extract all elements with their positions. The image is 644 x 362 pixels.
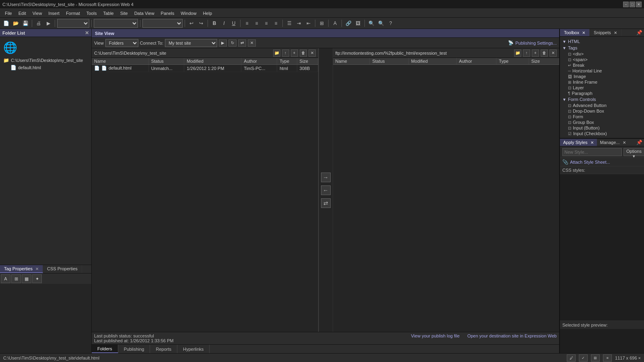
status-indicator-1[interactable]: 🖊 <box>567 354 576 362</box>
bold-button[interactable]: B <box>210 19 219 28</box>
menu-help[interactable]: Help <box>200 10 215 16</box>
toolbox-item-form[interactable]: ⊡ Form <box>562 114 642 119</box>
align-left-button[interactable]: ≡ <box>243 19 251 28</box>
open-button[interactable]: 📂 <box>11 19 20 28</box>
attach-style-link[interactable]: Attach Style Sheet... <box>570 160 610 165</box>
connect-button[interactable]: ▶ <box>219 39 227 47</box>
apply-pin[interactable]: 📌 <box>636 140 644 145</box>
sync-button[interactable]: ⇄ <box>238 39 246 47</box>
italic-button[interactable]: I <box>220 19 228 28</box>
tab-tag-properties[interactable]: Tag Properties ✕ <box>0 265 43 273</box>
local-folder-btn[interactable]: 📁 <box>273 49 280 57</box>
minimize-button[interactable]: − <box>623 2 629 7</box>
remote-folder-btn[interactable]: 📁 <box>514 49 521 57</box>
close-button[interactable]: ✕ <box>636 2 642 7</box>
prop-btn-3[interactable]: ▦ <box>22 274 31 283</box>
underline-button[interactable]: U <box>229 19 238 28</box>
new-style-input[interactable] <box>562 148 622 156</box>
toolbox-section-html[interactable]: ▼ HTML <box>562 38 642 45</box>
toolbox-section-form-controls[interactable]: ▼ Form Controls <box>562 96 642 103</box>
btab-publishing[interactable]: Publishing <box>118 345 150 353</box>
toolbox-item-group-box[interactable]: ⊡ Group Box <box>562 119 642 125</box>
image-button[interactable]: 🖼 <box>354 19 362 28</box>
toolbox-item-break[interactable]: ↵ Break <box>562 62 642 68</box>
prop-btn-4[interactable]: ✦ <box>32 274 42 283</box>
tab-snippets[interactable]: Snippets ✕ <box>590 29 621 36</box>
tag-properties-close[interactable]: ✕ <box>35 267 39 271</box>
menu-window[interactable]: Window <box>177 10 200 16</box>
zoom-in-button[interactable]: 🔍 <box>367 19 376 28</box>
toolbox-item-paragraph[interactable]: ¶ Paragraph <box>562 90 642 96</box>
menu-table[interactable]: Table <box>100 10 117 16</box>
remote-close-btn[interactable]: ✕ <box>549 49 557 57</box>
justify-button[interactable]: ≡ <box>272 19 280 28</box>
menu-file[interactable]: File <box>2 10 15 16</box>
menu-tools[interactable]: Tools <box>83 10 100 16</box>
zoom-out-button[interactable]: 🔍 <box>377 19 385 28</box>
menu-insert[interactable]: Insert <box>45 10 63 16</box>
remote-new-folder-btn[interactable]: + <box>532 49 539 57</box>
toolbox-section-tags[interactable]: ▼ Tags <box>562 45 642 51</box>
size-dropdown[interactable] <box>142 19 183 28</box>
tree-item-default-html[interactable]: 📄 default.html <box>2 64 90 71</box>
transfer-sync-btn[interactable]: ⇄ <box>321 198 331 208</box>
folder-list-close[interactable]: ✕ <box>85 30 89 36</box>
tab-toolbox[interactable]: Toolbox ✕ <box>560 29 590 36</box>
remote-delete-btn[interactable]: 🗑 <box>541 49 548 57</box>
btab-hyperlinks[interactable]: Hyperlinks <box>177 345 210 353</box>
tree-item-root-folder[interactable]: 📁 C:\Users\TimS\Desktop\my_test_site <box>2 57 90 64</box>
align-center-button[interactable]: ≡ <box>252 19 261 28</box>
table-button[interactable]: ⊞ <box>317 19 326 28</box>
redo-button[interactable]: ↪ <box>197 19 206 28</box>
help-button[interactable]: ? <box>386 19 395 28</box>
remote-up-btn[interactable]: ↑ <box>523 49 530 57</box>
toolbox-item-hr[interactable]: ─ Horizontal Line <box>562 68 642 74</box>
transfer-left-btn[interactable]: ← <box>321 185 331 195</box>
refresh-button[interactable]: ↻ <box>228 39 237 47</box>
options-button[interactable]: Options ▾ <box>623 148 644 156</box>
apply-styles-close[interactable]: ✕ <box>591 140 594 145</box>
color-button[interactable]: A <box>331 19 339 28</box>
align-right-button[interactable]: ≡ <box>262 19 271 28</box>
style-dropdown[interactable] <box>57 19 89 28</box>
status-indicator-2[interactable]: ✓ <box>579 354 588 362</box>
new-button[interactable]: 📄 <box>2 19 10 28</box>
toolbox-item-dropdown-box[interactable]: ⊡ Drop-Down Box <box>562 108 642 114</box>
prop-btn-2[interactable]: ⊞ <box>11 274 21 283</box>
btab-folders[interactable]: Folders <box>92 345 118 353</box>
link-button[interactable]: 🔗 <box>344 19 353 28</box>
snippets-close[interactable]: ✕ <box>614 31 617 35</box>
toolbox-item-layer[interactable]: ⊡ Layer <box>562 85 642 90</box>
open-dest-link[interactable]: Open your destination site in Expression… <box>467 333 557 338</box>
outdent-button[interactable]: ⇤ <box>304 19 313 28</box>
font-dropdown[interactable] <box>94 19 138 28</box>
indent-button[interactable]: ⇥ <box>294 19 303 28</box>
view-log-link[interactable]: View your publish log file <box>411 333 460 338</box>
list-button[interactable]: ☰ <box>285 19 294 28</box>
menu-edit[interactable]: Edit <box>15 10 29 16</box>
transfer-right-btn[interactable]: → <box>321 173 331 182</box>
menu-site[interactable]: Site <box>117 10 131 16</box>
toolbox-close[interactable]: ✕ <box>582 31 585 35</box>
preview-button[interactable]: ▶ <box>44 19 53 28</box>
maximize-button[interactable]: □ <box>630 2 635 7</box>
publishing-settings-link[interactable]: 📡 Publishing Settings... <box>508 40 557 45</box>
toolbox-item-span[interactable]: ⊡ <span> <box>562 57 642 62</box>
menu-dataview[interactable]: Data View <box>131 10 158 16</box>
view-dropdown[interactable]: Folders Publishing Reports Hyperlinks <box>105 39 138 47</box>
toolbox-item-image[interactable]: 🖼 Image <box>562 74 642 79</box>
manage-close[interactable]: ✕ <box>623 140 626 145</box>
local-up-btn[interactable]: ↑ <box>282 49 289 57</box>
toolbox-item-input-checkbox[interactable]: ☑ Input (Checkbox) <box>562 131 642 136</box>
status-indicator-3[interactable]: ⊞ <box>591 354 600 362</box>
tab-css-properties[interactable]: CSS Properties <box>43 265 82 273</box>
local-close-btn[interactable]: ✕ <box>309 49 316 57</box>
prop-btn-1[interactable]: A <box>1 274 10 283</box>
local-new-folder-btn[interactable]: + <box>291 49 298 57</box>
toolbox-item-input-button[interactable]: ⊡ Input (Button) <box>562 125 642 131</box>
stop-button[interactable]: ✕ <box>248 39 256 47</box>
undo-button[interactable]: ↩ <box>187 19 196 28</box>
tab-manage[interactable]: Manage... ✕ <box>597 139 629 146</box>
menu-format[interactable]: Format <box>63 10 83 16</box>
btab-reports[interactable]: Reports <box>150 345 177 353</box>
